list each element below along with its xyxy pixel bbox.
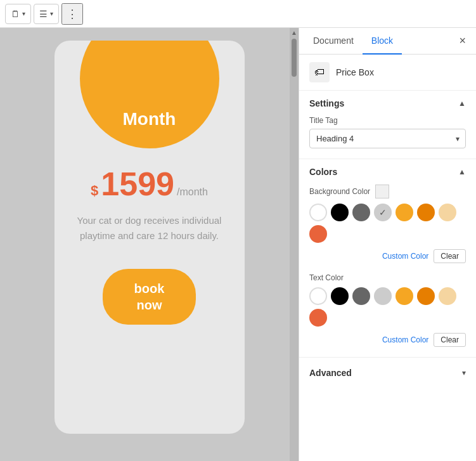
- bg-swatch-red[interactable]: [309, 225, 327, 243]
- settings-section-header[interactable]: Settings ▲: [299, 91, 476, 116]
- chevron-down-icon: ▾: [22, 10, 25, 17]
- text-custom-color-link[interactable]: Custom Color: [382, 335, 428, 344]
- align-button[interactable]: ☰ ▾: [34, 4, 59, 24]
- card-description: Your cat or dog receives individual play…: [74, 213, 226, 243]
- text-custom-color-row: Custom Color Clear: [309, 333, 466, 347]
- colors-chevron-icon: ▲: [458, 167, 466, 176]
- bg-custom-color-row: Custom Color Clear: [309, 249, 466, 263]
- text-color-label: Text Color: [309, 273, 466, 282]
- align-icon: ☰: [39, 9, 48, 19]
- canvas-area: Month $ 1599 /month Your cat or dog rece…: [0, 28, 299, 461]
- bg-swatch-light-gray[interactable]: [374, 204, 392, 221]
- bg-swatch-orange[interactable]: [417, 204, 435, 221]
- tab-block[interactable]: Block: [363, 28, 402, 55]
- bg-custom-color-link[interactable]: Custom Color: [382, 252, 428, 261]
- title-tag-label: Title Tag: [309, 116, 466, 125]
- text-color-section: Text Color Custom Color Clear: [309, 273, 466, 347]
- text-swatch-light-gray[interactable]: [374, 287, 392, 305]
- title-tag-select[interactable]: Heading 1 Heading 2 Heading 3 Heading 4 …: [309, 129, 466, 148]
- title-tag-wrapper: Heading 1 Heading 2 Heading 3 Heading 4 …: [309, 129, 466, 148]
- text-swatch-orange[interactable]: [417, 287, 435, 305]
- bg-swatch-yellow[interactable]: [396, 204, 413, 221]
- colors-section-header[interactable]: Colors ▲: [299, 159, 476, 185]
- bg-color-preview: [375, 185, 389, 198]
- text-swatch-white[interactable]: [309, 287, 327, 305]
- scroll-thumb[interactable]: [292, 39, 297, 77]
- scroll-bar[interactable]: ▲: [290, 28, 299, 461]
- text-swatch-black[interactable]: [331, 287, 349, 305]
- advanced-chevron-icon: ▾: [462, 368, 466, 377]
- advanced-section-header[interactable]: Advanced ▾: [299, 358, 476, 388]
- card-circle: Month: [80, 41, 219, 148]
- card-month-label: Month: [123, 109, 176, 129]
- advanced-label: Advanced: [309, 368, 352, 378]
- card-price: $ 1599 /month: [91, 167, 208, 200]
- scroll-up-arrow[interactable]: ▲: [291, 29, 297, 36]
- text-swatch-gray[interactable]: [352, 287, 370, 305]
- bg-clear-button[interactable]: Clear: [434, 249, 466, 263]
- price-box-icon: 🏷: [309, 62, 330, 82]
- colors-label: Colors: [309, 167, 337, 177]
- top-toolbar: 🗒 ▾ ☰ ▾ ⋮: [0, 0, 476, 28]
- bg-color-swatches: [309, 204, 466, 243]
- panel-tabs: Document Block ×: [299, 28, 476, 55]
- bg-swatch-gray[interactable]: [352, 204, 370, 221]
- bg-swatch-white[interactable]: [309, 204, 327, 221]
- settings-content: Title Tag Heading 1 Heading 2 Heading 3 …: [299, 116, 476, 159]
- settings-chevron-icon: ▲: [458, 99, 466, 108]
- block-title: Price Box: [336, 67, 374, 77]
- more-options-button[interactable]: ⋮: [61, 3, 83, 25]
- price-period: /month: [177, 186, 208, 198]
- price-dollar-sign: $: [91, 183, 98, 199]
- book-now-button[interactable]: book now: [103, 269, 196, 325]
- chevron-down-icon-2: ▾: [50, 10, 53, 17]
- text-swatch-yellow[interactable]: [396, 287, 413, 305]
- price-amount: 1599: [101, 167, 174, 200]
- settings-label: Settings: [309, 98, 344, 108]
- bg-swatch-peach[interactable]: [439, 204, 456, 221]
- bg-swatch-black[interactable]: [331, 204, 349, 221]
- price-card: Month $ 1599 /month Your cat or dog rece…: [55, 41, 245, 434]
- block-icon: 🗒: [11, 9, 20, 19]
- bg-color-label: Background Color: [309, 185, 466, 198]
- tab-document[interactable]: Document: [304, 28, 363, 55]
- text-clear-button[interactable]: Clear: [434, 333, 466, 347]
- side-panel: Document Block × 🏷 Price Box Settings ▲ …: [299, 28, 476, 461]
- block-header: 🏷 Price Box: [299, 55, 476, 91]
- close-button[interactable]: ×: [454, 28, 471, 54]
- colors-content: Background Color Custom Color Clear Text: [299, 185, 476, 357]
- text-swatch-red[interactable]: [309, 309, 327, 327]
- text-swatch-peach[interactable]: [439, 287, 456, 305]
- main-area: Month $ 1599 /month Your cat or dog rece…: [0, 28, 476, 461]
- block-type-button[interactable]: 🗒 ▾: [5, 4, 31, 24]
- text-color-swatches: [309, 287, 466, 327]
